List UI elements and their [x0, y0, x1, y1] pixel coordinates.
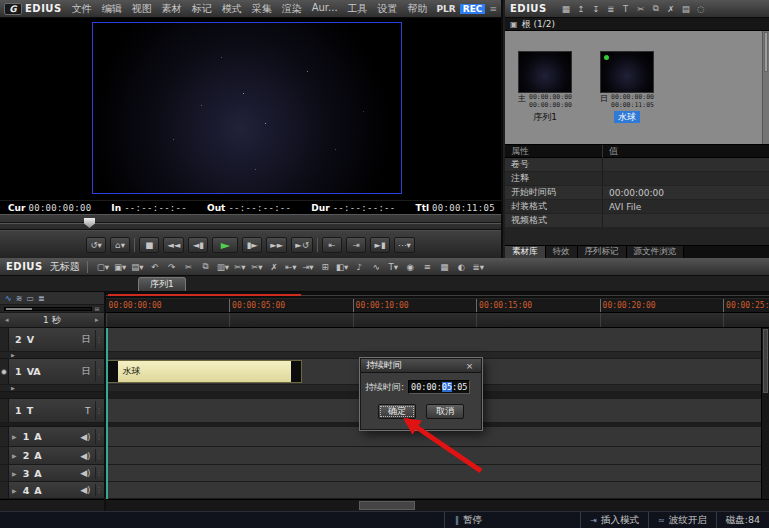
bin-scrollbar-thumb[interactable] [764, 32, 768, 72]
stop-button[interactable]: ■ [139, 237, 159, 253]
timeline-ruler[interactable]: 00:00:00:0000:00:05:0000:00:10:0000:00:1… [106, 292, 769, 328]
bin-clip-shuiqiu[interactable]: 日 00:00:00:00 00:00:11:05 水球 [591, 51, 663, 123]
zoom-slider-thumb[interactable] [6, 308, 32, 310]
voiceover-icon[interactable]: ◉ [402, 260, 418, 274]
goto-in-button[interactable]: ⇤ [322, 237, 342, 253]
undo-icon[interactable]: ↶ [147, 260, 163, 274]
loop-play-button[interactable]: ►↺ [291, 237, 313, 253]
next-edit-button[interactable]: ►▮ [370, 237, 390, 253]
track-grip[interactable]: ⋮ [95, 449, 103, 462]
plr-button[interactable]: PLR [437, 4, 456, 14]
clip-thumbnail[interactable] [518, 51, 572, 93]
track-indicator[interactable] [0, 359, 9, 384]
track-header-1A[interactable]: ▶ 1A ◀) ⋮ [0, 427, 104, 447]
title-panel-icon[interactable]: T [85, 406, 91, 416]
goto-out-button[interactable]: ⇥ [346, 237, 366, 253]
menu-item[interactable]: 采集 [247, 2, 277, 16]
cancel-button[interactable]: 取消 [426, 404, 464, 419]
audio-icon[interactable]: ♪ [351, 260, 367, 274]
folder-breadcrumb[interactable]: ▣ 根 (1/2) [505, 18, 769, 31]
height-preset-icon[interactable]: ≣ [38, 294, 45, 303]
add-clip-icon[interactable]: ⊞ [317, 260, 333, 274]
clip-name[interactable]: 序列1 [529, 111, 561, 123]
delete-icon[interactable]: ✗ [664, 2, 678, 15]
timeline-v-scrollbar[interactable] [761, 328, 769, 499]
clip-out-handle[interactable] [291, 361, 301, 382]
transition-icon[interactable]: ◧▾ [334, 260, 350, 274]
ripple-cut-icon[interactable]: ✂▾ [232, 260, 248, 274]
multicut-icon[interactable]: ✂▾ [249, 260, 265, 274]
menu-item[interactable]: Aur... [307, 2, 343, 16]
bin-scrollbar[interactable] [762, 31, 769, 144]
track-header-3A[interactable]: ▶ 3A ◀) ⋮ [0, 465, 104, 482]
import-icon[interactable]: ↧ [589, 2, 603, 15]
waveform-icon[interactable]: ∿ [368, 260, 384, 274]
track-expander-2V[interactable]: ▶ [0, 352, 104, 359]
fast-forward-button[interactable]: ►► [266, 237, 287, 253]
duration-input[interactable]: 00:00:05:05 [408, 380, 470, 394]
track-header-4A[interactable]: ▶ 4A ◀) ⋮ [0, 482, 104, 499]
sync-lock-icon[interactable]: ▭ [26, 294, 34, 303]
new-sequence-icon[interactable]: ≣ [604, 2, 618, 15]
expand-arrow-icon[interactable]: ▶ [12, 470, 17, 477]
cut-icon[interactable]: ✂ [634, 2, 648, 15]
waveform-toggle-icon[interactable]: ∿ [5, 294, 12, 303]
speaker-icon[interactable]: ◀) [80, 485, 90, 495]
step-forward-button[interactable]: ▮► [242, 237, 262, 253]
track-grip[interactable]: ⋮ [95, 429, 103, 444]
position-track[interactable] [0, 222, 501, 224]
track-grip[interactable]: ⋮ [95, 467, 103, 479]
cut-icon[interactable]: ✂ [181, 260, 197, 274]
clip-thumbnail[interactable] [600, 51, 654, 93]
dialog-titlebar[interactable]: 持续时间 × [361, 359, 481, 373]
export-button[interactable]: ⋯▾ [394, 237, 415, 253]
marker-button[interactable]: ⌂▾ [110, 237, 130, 253]
ripple-status[interactable]: ≈ 波纹开启 [648, 512, 716, 528]
view-mode-icon[interactable]: ▤ [679, 2, 693, 15]
track-expander-1VA[interactable]: ▶ [0, 385, 104, 392]
track-indicator[interactable] [0, 328, 9, 351]
timeline-h-scrollbar[interactable] [106, 499, 769, 511]
track-indicator[interactable] [0, 465, 9, 481]
menu-item[interactable]: 文件 [67, 2, 97, 16]
save-icon[interactable]: ▤▾ [129, 260, 145, 274]
redo-icon[interactable]: ↷ [164, 260, 180, 274]
menu-item[interactable]: 渲染 [277, 2, 307, 16]
copy-icon[interactable]: ⧉ [198, 260, 214, 274]
close-icon[interactable]: × [463, 361, 476, 371]
menu-item[interactable]: 视图 [127, 2, 157, 16]
mark-in-icon[interactable]: ⇤▾ [283, 260, 299, 274]
track-indicator[interactable] [0, 447, 9, 464]
menu-item[interactable]: 帮助 [403, 2, 433, 16]
paste-icon[interactable]: ▥▾ [215, 260, 231, 274]
track-grip[interactable]: ⋮ [95, 484, 103, 496]
track-header-1T[interactable]: 1T T ⋮ [0, 399, 104, 423]
ok-button[interactable]: 确定 [378, 404, 416, 419]
scale-increase-icon[interactable]: ▸ [95, 316, 99, 324]
delete-icon[interactable]: ✗ [266, 260, 282, 274]
tab-sequence-markers[interactable]: 序列标记 [578, 246, 627, 258]
menu-item[interactable]: 编辑 [97, 2, 127, 16]
zoom-slider[interactable] [4, 307, 92, 311]
expand-arrow-icon[interactable]: ▶ [12, 487, 17, 494]
monitor-menu-icon[interactable]: ≡ [489, 4, 497, 14]
speaker-icon[interactable]: ◀) [80, 432, 90, 442]
new-title-icon[interactable]: T [619, 2, 633, 15]
position-bar[interactable] [0, 214, 501, 230]
menu-item[interactable]: 工具 [343, 2, 373, 16]
tab-sequence1[interactable]: 序列1 [138, 277, 186, 291]
folder-view-icon[interactable]: ▦ [559, 2, 573, 15]
expand-arrow-icon[interactable]: ▶ [12, 433, 17, 440]
separator[interactable] [317, 238, 318, 252]
shuttle-button[interactable]: ↺▾ [86, 237, 106, 253]
menu-item[interactable]: 标记 [187, 2, 217, 16]
track-header-2V[interactable]: 2V 日 ⋮ [0, 328, 104, 352]
bin-clip-sequence1[interactable]: 主 00:00:00:00 00:00:00:00 序列1 [509, 51, 581, 123]
track-indicator[interactable] [0, 399, 9, 422]
expand-arrow-icon[interactable]: ▶ [12, 452, 17, 459]
track-patch-icon[interactable]: ≋ [16, 294, 23, 303]
clip-in-handle[interactable] [108, 361, 118, 382]
rec-button[interactable]: REC [460, 4, 486, 14]
position-thumb[interactable] [84, 218, 95, 228]
play-button[interactable]: ► [212, 237, 238, 253]
